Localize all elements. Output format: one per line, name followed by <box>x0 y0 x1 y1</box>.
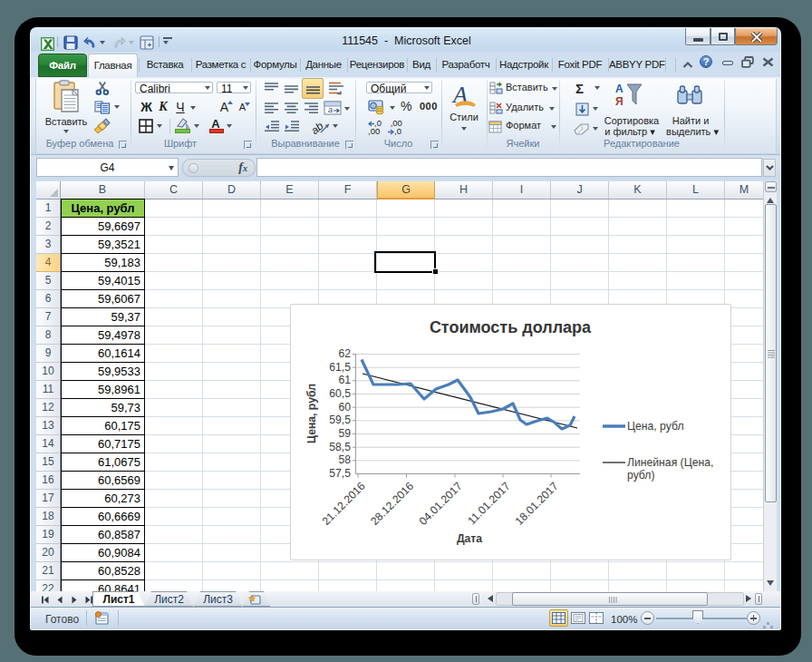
svg-text:a: a <box>328 105 333 114</box>
svg-text:61: 61 <box>338 374 351 386</box>
svg-text:60: 60 <box>338 401 351 414</box>
svg-text:18.01.2017: 18.01.2017 <box>513 480 561 528</box>
svg-text:ab: ab <box>312 120 326 136</box>
svg-text:28.12.2016: 28.12.2016 <box>368 480 416 528</box>
svg-text:Дата: Дата <box>457 532 482 545</box>
svg-text:04.01.2017: 04.01.2017 <box>417 480 465 528</box>
svg-text:58: 58 <box>338 453 351 466</box>
svg-text:59,5: 59,5 <box>329 414 351 426</box>
svg-text:Цена, рубл: Цена, рубл <box>627 420 684 433</box>
svg-text:60,5: 60,5 <box>329 387 351 400</box>
svg-text:59: 59 <box>338 427 351 440</box>
svg-text:Линейная (Цена,: Линейная (Цена, <box>627 456 713 469</box>
svg-text:Я: Я <box>615 95 624 108</box>
svg-text:А: А <box>615 83 624 95</box>
svg-text:21.12.2016: 21.12.2016 <box>320 480 368 528</box>
svg-text:рубл): рубл) <box>627 469 654 482</box>
svg-text:Цена, рубл: Цена, рубл <box>305 384 318 443</box>
svg-text:61,5: 61,5 <box>329 361 351 374</box>
svg-text:11.01.2017: 11.01.2017 <box>465 480 513 528</box>
svg-text:57,5: 57,5 <box>329 467 351 480</box>
svg-text:Стоимость доллара: Стоимость доллара <box>430 318 592 336</box>
svg-text:62: 62 <box>338 347 351 360</box>
svg-text:58,5: 58,5 <box>329 441 351 453</box>
